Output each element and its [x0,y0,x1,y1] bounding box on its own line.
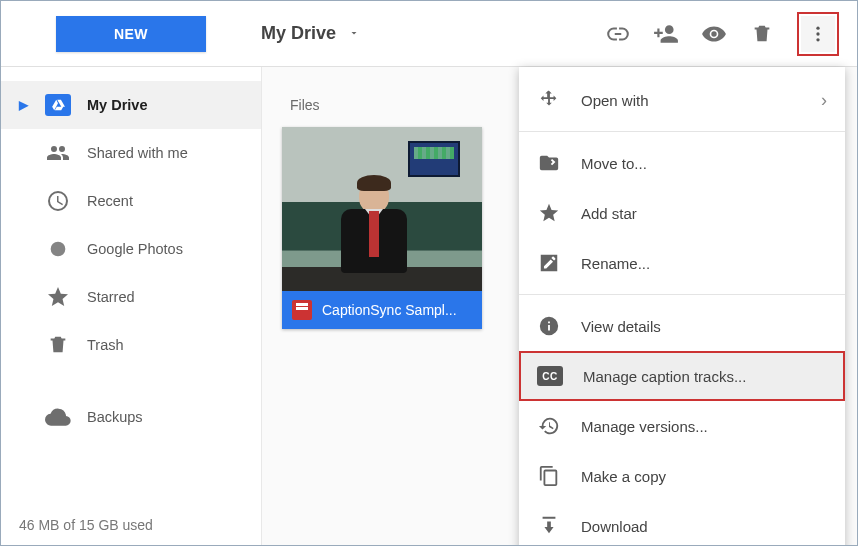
menu-label: Open with [581,92,649,109]
preview-eye-icon[interactable] [701,21,727,47]
menu-item-manage-captions[interactable]: CC Manage caption tracks... [519,351,845,401]
menu-item-rename[interactable]: Rename... [519,238,845,288]
sidebar-item-shared[interactable]: Shared with me [1,129,261,177]
file-card[interactable]: CaptionSync Sampl... [282,127,482,329]
history-icon [537,414,561,438]
menu-item-add-star[interactable]: Add star [519,188,845,238]
add-person-icon[interactable] [653,21,679,47]
cc-badge-icon: CC [537,366,563,386]
svg-point-0 [816,26,819,29]
menu-item-open-with[interactable]: Open with › [519,75,845,125]
info-icon [537,314,561,338]
breadcrumb-label: My Drive [261,23,336,44]
video-file-icon [292,300,312,320]
new-button[interactable]: NEW [56,16,206,52]
menu-item-move-to[interactable]: Move to... [519,138,845,188]
drive-icon [45,94,71,116]
sidebar-item-starred[interactable]: Starred [1,273,261,321]
menu-label: Add star [581,205,637,222]
sidebar-item-label: Recent [87,193,133,209]
menu-item-make-copy[interactable]: Make a copy [519,451,845,501]
star-icon [537,201,561,225]
cloud-icon [45,404,71,430]
sidebar-item-label: Backups [87,409,143,425]
svg-point-2 [816,38,819,41]
sidebar-nav: ▶ My Drive Shared with me [1,81,261,441]
file-caption-bar: CaptionSync Sampl... [282,291,482,329]
sidebar-item-trash[interactable]: Trash [1,321,261,369]
file-name: CaptionSync Sampl... [322,302,457,318]
sidebar-item-recent[interactable]: Recent [1,177,261,225]
app-window: NEW My Drive [0,0,858,546]
rename-pencil-icon [537,251,561,275]
sidebar-item-label: Trash [87,337,124,353]
sidebar-item-label: My Drive [87,97,147,113]
sidebar: ▶ My Drive Shared with me [1,67,261,545]
more-actions-highlight [797,12,839,56]
sidebar-item-label: Shared with me [87,145,188,161]
menu-item-view-details[interactable]: View details [519,301,845,351]
storage-usage: 46 MB of 15 GB used [1,505,261,545]
star-icon [45,284,71,310]
more-actions-button[interactable] [801,16,835,52]
trash-icon [45,332,71,358]
menu-label: Move to... [581,155,647,172]
svg-point-1 [816,32,819,35]
menu-divider [519,131,845,132]
sidebar-item-label: Starred [87,289,135,305]
menu-label: Manage caption tracks... [583,368,746,385]
topbar-actions [461,12,857,56]
clock-icon [45,188,71,214]
menu-label: Rename... [581,255,650,272]
sidebar-item-label: Google Photos [87,241,183,257]
download-icon [537,514,561,538]
photos-pinwheel-icon [45,236,71,262]
context-menu: Open with › Move to... Add star Rename..… [519,67,845,546]
chevron-right-icon: › [821,90,827,111]
top-bar: NEW My Drive [1,1,857,67]
copy-icon [537,464,561,488]
thumb-frame-decor [408,141,460,177]
menu-divider [519,294,845,295]
sidebar-item-backups[interactable]: Backups [1,393,261,441]
video-thumbnail [282,127,482,291]
menu-label: View details [581,318,661,335]
menu-label: Download [581,518,648,535]
delete-icon[interactable] [749,21,775,47]
people-icon [45,140,71,166]
sidebar-item-my-drive[interactable]: ▶ My Drive [1,81,261,129]
sidebar-item-photos[interactable]: Google Photos [1,225,261,273]
folder-move-icon [537,151,561,175]
chevron-down-icon [348,23,360,44]
menu-label: Manage versions... [581,418,708,435]
breadcrumb-dropdown[interactable]: My Drive [261,23,461,44]
vertical-dots-icon [808,24,828,44]
menu-item-manage-versions[interactable]: Manage versions... [519,401,845,451]
topbar-left: NEW [1,16,261,52]
get-link-icon[interactable] [605,21,631,47]
expand-triangle-icon: ▶ [19,98,29,112]
open-with-move-icon [537,88,561,112]
menu-item-download[interactable]: Download [519,501,845,546]
thumb-person-decor [341,179,407,273]
menu-label: Make a copy [581,468,666,485]
